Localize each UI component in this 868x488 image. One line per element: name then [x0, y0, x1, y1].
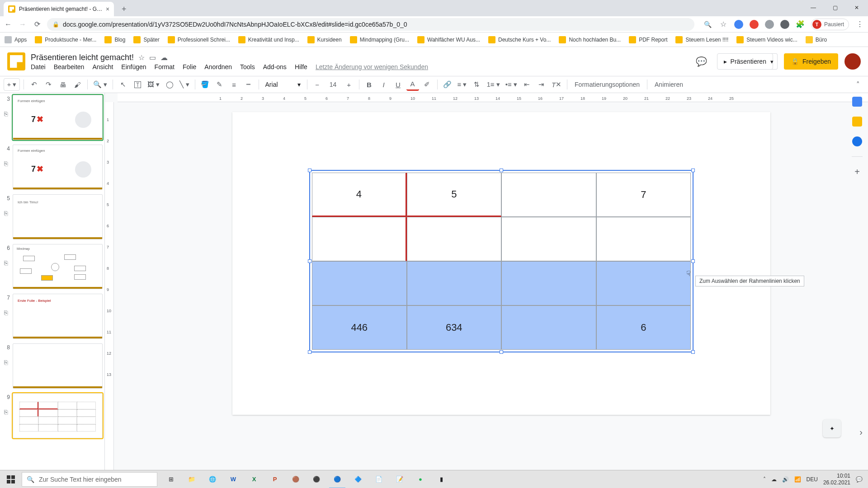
bulleted-list-button[interactable]: •≡ ▾: [504, 78, 519, 91]
close-tab-icon[interactable]: ×: [106, 5, 109, 13]
resize-handle[interactable]: [691, 350, 695, 354]
resize-handle[interactable]: [308, 169, 311, 172]
image-button[interactable]: 🖼 ▾: [146, 78, 161, 91]
bookmark-item[interactable]: Wahlfächer WU Aus...: [417, 36, 480, 43]
revision-history-link[interactable]: Letzte Änderung vor wenigen Sekunden: [316, 63, 428, 70]
format-options-button[interactable]: Formatierungsoptionen: [571, 81, 643, 88]
resize-handle[interactable]: [691, 259, 695, 263]
bookmark-apps[interactable]: Apps: [5, 36, 27, 43]
file-explorer-icon[interactable]: 📁: [182, 470, 202, 488]
slides-logo-icon[interactable]: [7, 52, 25, 70]
italic-button[interactable]: I: [377, 78, 390, 91]
keep-icon[interactable]: [852, 117, 862, 127]
font-size-increase[interactable]: +: [343, 78, 355, 91]
document-title[interactable]: Präsentieren leicht gemacht!: [31, 53, 134, 62]
app-icon[interactable]: 📄: [369, 470, 389, 488]
url-field[interactable]: 🔒 docs.google.com/presentation/d/1yV372S…: [47, 18, 694, 31]
menu-arrange[interactable]: Anordnen: [204, 63, 232, 70]
align-button[interactable]: ≡ ▾: [456, 78, 469, 91]
bookmark-item[interactable]: PDF Report: [629, 36, 667, 43]
table-cell[interactable]: [407, 261, 502, 305]
bookmark-item[interactable]: Noch hochladen Bu...: [559, 36, 621, 43]
nav-reload-button[interactable]: ⟳: [33, 20, 42, 29]
language-indicator[interactable]: DEU: [807, 476, 818, 483]
bookmark-item[interactable]: Später: [133, 36, 159, 43]
border-color-button[interactable]: ✎: [213, 78, 226, 91]
line-button[interactable]: ╲ ▾: [178, 78, 191, 91]
bookmark-item[interactable]: Produktsuche - Mer...: [35, 36, 96, 43]
underline-button[interactable]: U: [392, 78, 405, 91]
slide-thumbnail-7[interactable]: Erste Folie - Beispiel: [13, 294, 103, 339]
extension-icon[interactable]: [750, 20, 759, 29]
account-avatar[interactable]: [844, 53, 861, 70]
table-cell[interactable]: [312, 261, 407, 305]
zoom-button[interactable]: 🔍 ▾: [91, 78, 109, 91]
spotify-icon[interactable]: ●: [410, 470, 430, 488]
menu-help[interactable]: Hilfe: [295, 63, 307, 70]
table-cell[interactable]: [501, 261, 596, 305]
bookmark-item[interactable]: Professionell Schrei...: [168, 36, 230, 43]
extensions-menu-icon[interactable]: 🧩: [796, 20, 805, 29]
animate-button[interactable]: Animieren: [651, 81, 687, 88]
table-cell[interactable]: [596, 261, 691, 305]
text-color-button[interactable]: A: [406, 78, 419, 91]
resize-handle[interactable]: [500, 169, 503, 172]
table-cell[interactable]: 6: [596, 305, 691, 350]
table[interactable]: 4 5 7 446 634 6: [312, 173, 691, 350]
excel-icon[interactable]: X: [244, 470, 264, 488]
edge-chromium-icon[interactable]: 🔷: [348, 470, 368, 488]
table-cell[interactable]: [312, 217, 407, 261]
present-dropdown[interactable]: ▾: [767, 53, 778, 70]
menu-tools[interactable]: Tools: [240, 63, 255, 70]
textbox-button[interactable]: 🅃: [131, 78, 144, 91]
font-size-input[interactable]: 14: [326, 78, 341, 91]
bookmark-item[interactable]: Kursideen: [307, 36, 342, 43]
menu-edit[interactable]: Bearbeiten: [54, 63, 85, 70]
resize-handle[interactable]: [500, 350, 503, 354]
star-icon[interactable]: ☆: [138, 53, 145, 62]
app-icon[interactable]: 🟤: [286, 470, 306, 488]
clock[interactable]: 10:01 26.02.2021: [823, 473, 850, 486]
resize-handle[interactable]: [308, 350, 311, 354]
bold-button[interactable]: B: [363, 78, 376, 91]
nav-back-button[interactable]: ←: [4, 20, 13, 29]
extension-icon[interactable]: [734, 20, 743, 29]
bookmark-item[interactable]: Kreativität und Insp...: [238, 36, 299, 43]
table-cell[interactable]: [596, 217, 691, 261]
table-cell[interactable]: 4: [312, 173, 407, 217]
extension-icon[interactable]: [765, 20, 774, 29]
slide-filmstrip[interactable]: 3⎘ Formen einfügen 7✖ 4⎘ Formen einfügen…: [0, 93, 105, 470]
app-icon[interactable]: ▮: [431, 470, 451, 488]
chrome-menu-icon[interactable]: ⋮: [855, 20, 864, 29]
table-cell[interactable]: [501, 217, 596, 261]
onedrive-icon[interactable]: ☁: [771, 476, 777, 483]
indent-increase-button[interactable]: ⇥: [535, 78, 548, 91]
print-button[interactable]: 🖶: [57, 78, 69, 91]
bookmark-item[interactable]: Blog: [104, 36, 125, 43]
slide-thumbnail-3[interactable]: Formen einfügen 7✖: [13, 95, 103, 140]
present-button[interactable]: ▸ Präsentieren: [717, 53, 773, 70]
bookmark-star-icon[interactable]: ☆: [719, 20, 728, 29]
app-icon[interactable]: 📝: [390, 470, 410, 488]
explore-button[interactable]: ✦: [823, 419, 841, 437]
next-panel-button[interactable]: ›: [859, 427, 863, 437]
nav-forward-button[interactable]: →: [18, 20, 27, 29]
bookmark-item[interactable]: Büro: [806, 36, 827, 43]
slide-thumbnail-8[interactable]: [13, 343, 103, 389]
table-cell[interactable]: [501, 173, 596, 217]
redo-button[interactable]: ↷: [42, 78, 55, 91]
cloud-saved-icon[interactable]: ☁: [160, 53, 168, 62]
resize-handle[interactable]: [691, 169, 695, 172]
slide-thumbnail-9[interactable]: [13, 393, 103, 438]
profile-paused-chip[interactable]: T Pausiert: [811, 19, 849, 30]
chrome-icon[interactable]: 🔵: [327, 470, 347, 488]
powerpoint-icon[interactable]: P: [265, 470, 285, 488]
table-cell[interactable]: 5: [407, 173, 502, 217]
table-cell[interactable]: 446: [312, 305, 407, 350]
task-view-icon[interactable]: ⊞: [161, 470, 181, 488]
font-family-select[interactable]: Arial▾: [263, 78, 303, 91]
shape-button[interactable]: ◯: [163, 78, 176, 91]
table-cell[interactable]: 634: [407, 305, 502, 350]
resize-handle[interactable]: [308, 259, 311, 263]
slide-thumbnail-4[interactable]: Formen einfügen 7✖: [13, 145, 103, 190]
